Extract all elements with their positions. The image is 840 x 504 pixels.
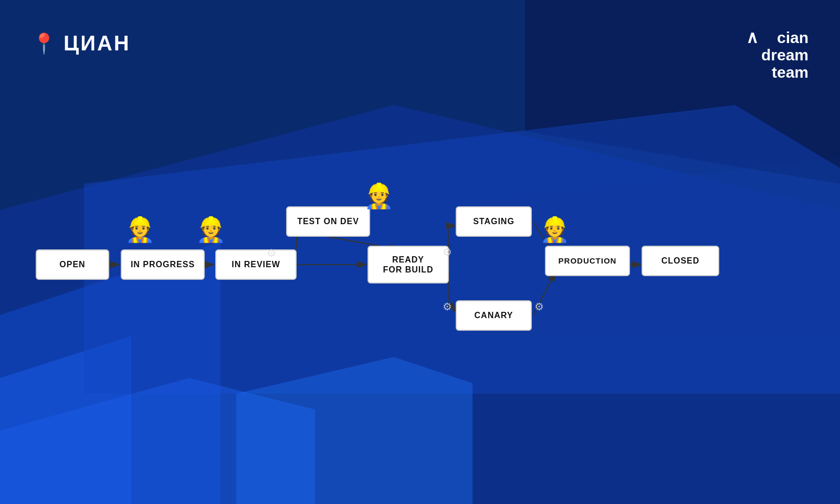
- gear-rfb-canary: ⚙: [443, 300, 452, 313]
- avatar-in-progress: 👷: [125, 215, 155, 244]
- gear-canary-right: ⚙: [534, 300, 544, 313]
- avatar-test-on-dev: 👷: [364, 182, 394, 210]
- node-in-progress: IN PROGRESS: [121, 249, 205, 280]
- flow-diagram: OPEN IN PROGRESS IN REVIEW TEST ON DEV R…: [0, 0, 840, 504]
- gear-rfb-staging: ⚙: [443, 246, 452, 258]
- node-canary: CANARY: [456, 300, 532, 331]
- node-in-review: IN REVIEW: [215, 249, 297, 280]
- node-staging: STAGING: [456, 206, 532, 237]
- avatar-production: 👷: [540, 215, 570, 244]
- gear-in-review: ⚙: [267, 247, 276, 259]
- avatar-in-review: 👷: [196, 215, 226, 244]
- node-production: PRODUCTION: [545, 246, 630, 276]
- node-open: OPEN: [36, 249, 109, 280]
- node-closed: CLOSED: [642, 246, 719, 276]
- node-test-on-dev: TEST ON DEV: [286, 206, 370, 237]
- node-ready-for-build: READY FOR BUILD: [368, 246, 449, 284]
